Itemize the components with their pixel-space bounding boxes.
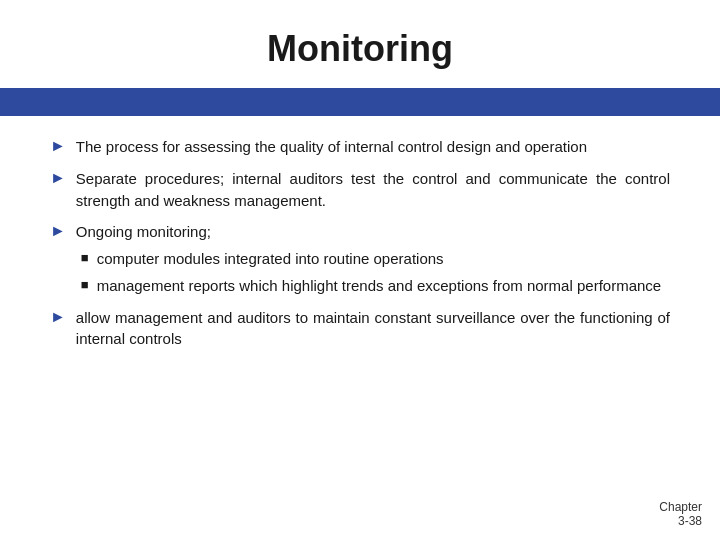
bullet-item-1: ► The process for assessing the quality … <box>50 136 670 158</box>
sub-bullet-square-1: ■ <box>81 250 89 265</box>
bullet-item-4: ► allow management and auditors to maint… <box>50 307 670 351</box>
bullet-arrow-2: ► <box>50 169 66 187</box>
bullet-arrow-3: ► <box>50 222 66 240</box>
bullet-text-3: Ongoing monitoring; <box>76 221 661 243</box>
bullet-text-1: The process for assessing the quality of… <box>76 136 587 158</box>
bullet-arrow-1: ► <box>50 137 66 155</box>
chapter-title: Chapter <box>659 500 702 514</box>
title-area: Monitoring <box>0 0 720 80</box>
bullet-text-4: allow management and auditors to maintai… <box>76 307 670 351</box>
sub-bullet-item-2: ■ management reports which highlight tre… <box>81 275 661 297</box>
slide-title: Monitoring <box>40 28 680 70</box>
bullet-item-2: ► Separate procedures; internal auditors… <box>50 168 670 212</box>
slide: Monitoring ► The process for assessing t… <box>0 0 720 540</box>
bullet-item-3: ► Ongoing monitoring; ■ computer modules… <box>50 221 670 296</box>
sub-bullet-item-1: ■ computer modules integrated into routi… <box>81 248 661 270</box>
sub-bullet-square-2: ■ <box>81 277 89 292</box>
sub-bullet-text-1: computer modules integrated into routine… <box>97 248 444 270</box>
blue-bar <box>0 88 720 116</box>
sub-bullet-text-2: management reports which highlight trend… <box>97 275 661 297</box>
content-area: ► The process for assessing the quality … <box>0 116 720 540</box>
bullet-arrow-4: ► <box>50 308 66 326</box>
chapter-number: 3-38 <box>659 514 702 528</box>
bullet-text-2: Separate procedures; internal auditors t… <box>76 168 670 212</box>
sub-bullets: ■ computer modules integrated into routi… <box>81 248 661 297</box>
chapter-label: Chapter 3-38 <box>659 500 702 528</box>
